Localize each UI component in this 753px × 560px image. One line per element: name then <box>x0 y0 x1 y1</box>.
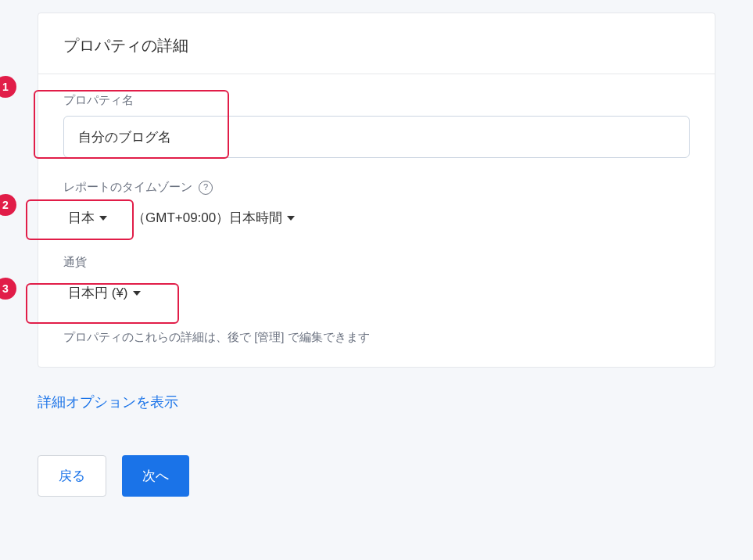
annotation-marker-3: 3 <box>0 278 16 300</box>
currency-label: 通貨 <box>63 255 690 270</box>
property-name-label: プロパティ名 <box>63 93 690 108</box>
timezone-offset-dropdown[interactable]: （GMT+09:00）日本時間 <box>127 203 303 233</box>
timezone-label: レポートのタイムゾーン ? <box>63 180 690 195</box>
card-title: プロパティの詳細 <box>38 13 715 74</box>
currency-field: 通貨 日本円 (¥) <box>63 255 690 308</box>
timezone-field: レポートのタイムゾーン ? 日本 （GMT+09:00）日本時間 <box>63 180 690 233</box>
next-button[interactable]: 次へ <box>122 455 189 497</box>
advanced-options-link[interactable]: 詳細オプションを表示 <box>38 393 178 411</box>
button-row: 戻る 次へ <box>38 455 715 497</box>
property-name-input[interactable] <box>63 116 690 158</box>
annotation-marker-2: 2 <box>0 194 16 216</box>
annotation-marker-1: 1 <box>0 76 16 98</box>
edit-later-note: プロパティのこれらの詳細は、後で [管理] で編集できます <box>63 330 690 345</box>
caret-down-icon <box>133 291 141 296</box>
property-details-card: プロパティの詳細 1 プロパティ名 2 レポートのタイムゾーン ? 日本 <box>38 13 715 368</box>
back-button[interactable]: 戻る <box>38 455 106 497</box>
caret-down-icon <box>99 216 107 221</box>
caret-down-icon <box>287 216 295 221</box>
currency-dropdown[interactable]: 日本円 (¥) <box>63 278 149 308</box>
property-name-field: プロパティ名 <box>63 93 690 158</box>
help-icon[interactable]: ? <box>199 181 213 195</box>
timezone-country-dropdown[interactable]: 日本 <box>63 203 115 233</box>
